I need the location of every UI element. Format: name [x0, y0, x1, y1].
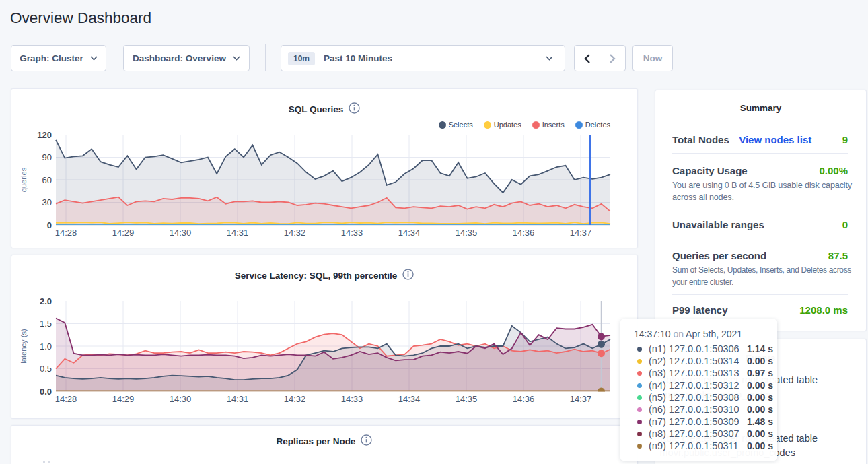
- svg-text:14:32: 14:32: [284, 394, 306, 404]
- svg-text:2.0: 2.0: [40, 296, 52, 306]
- svg-text:90: 90: [42, 152, 52, 162]
- svg-text:120: 120: [37, 130, 52, 140]
- svg-text:1.5: 1.5: [40, 319, 52, 329]
- svg-text:0: 0: [47, 220, 52, 230]
- svg-text:queries: queries: [20, 167, 28, 192]
- svg-text:14:35: 14:35: [456, 228, 478, 238]
- svg-text:30: 30: [42, 197, 52, 207]
- svg-text:14:37: 14:37: [570, 228, 592, 238]
- svg-text:1.0: 1.0: [40, 341, 52, 352]
- svg-text:14:35: 14:35: [456, 394, 478, 404]
- svg-text:latency (s): latency (s): [20, 329, 28, 364]
- svg-text:14:33: 14:33: [341, 228, 363, 238]
- svg-text:14:31: 14:31: [227, 228, 249, 238]
- svg-text:14:37: 14:37: [570, 394, 592, 404]
- svg-text:14:34: 14:34: [398, 228, 421, 238]
- svg-text:14:36: 14:36: [513, 228, 535, 238]
- svg-text:14:28: 14:28: [55, 228, 77, 238]
- svg-text:14:31: 14:31: [227, 394, 249, 404]
- svg-text:14:36: 14:36: [513, 394, 535, 404]
- svg-text:14:30: 14:30: [170, 394, 192, 404]
- svg-text:14:32: 14:32: [284, 228, 306, 238]
- svg-text:14:28: 14:28: [55, 394, 77, 404]
- svg-text:14:29: 14:29: [112, 394, 135, 404]
- svg-text:14:30: 14:30: [170, 228, 192, 238]
- svg-text:60: 60: [42, 175, 52, 185]
- svg-text:0.0: 0.0: [40, 387, 52, 397]
- svg-text:0.5: 0.5: [40, 364, 52, 374]
- svg-text:14:29: 14:29: [112, 228, 135, 238]
- svg-text:14:33: 14:33: [341, 394, 363, 404]
- svg-text:14:34: 14:34: [398, 394, 421, 404]
